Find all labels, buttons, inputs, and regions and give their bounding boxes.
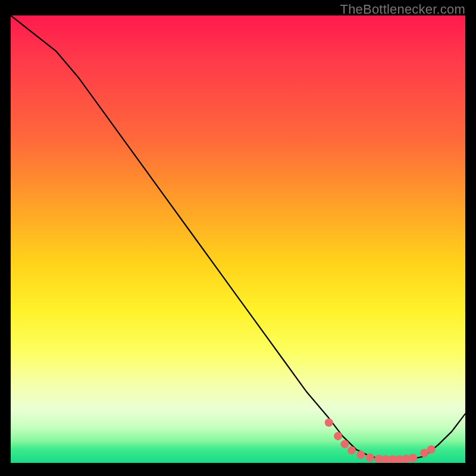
highlight-dot (334, 432, 342, 440)
highlight-dot (356, 451, 365, 459)
bottleneck-curve (11, 15, 465, 461)
chart-frame: TheBottlenecker.com (0, 0, 476, 476)
highlight-dot (325, 418, 333, 427)
highlight-dot (409, 454, 417, 462)
chart-svg (11, 15, 465, 463)
highlight-dots-group (325, 418, 436, 463)
highlight-dot (347, 446, 356, 455)
plot-area (11, 15, 465, 463)
highlight-dot (366, 453, 374, 462)
highlight-dot (427, 445, 436, 453)
highlight-dot (341, 440, 349, 448)
